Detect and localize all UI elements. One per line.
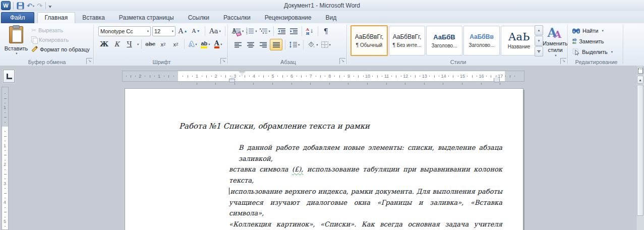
tab-page-layout[interactable]: Разметка страницы (112, 13, 181, 23)
paragraph-dialog-launcher[interactable]: ↘ (339, 58, 345, 64)
font-name-dropdown-icon[interactable]: ▾ (145, 29, 149, 33)
tab-file[interactable]: Файл (1, 12, 34, 23)
superscript-button[interactable]: х2 (170, 39, 182, 49)
highlight-button[interactable]: ab▾ (200, 39, 211, 49)
shading-button[interactable]: ▾ (306, 39, 319, 50)
strikethrough-button[interactable]: abc (144, 39, 156, 49)
text-effects-button[interactable]: А▾ (187, 39, 199, 49)
font-color-button[interactable]: А▾ (212, 39, 224, 49)
tab-review[interactable]: Рецензирование (258, 13, 319, 23)
style-card-2[interactable]: АаБбВвГг,¶ Без инте... (389, 26, 425, 55)
horizontal-ruler[interactable]: 121234567891011121314151617 (122, 71, 524, 82)
select-dropdown-icon[interactable]: ▾ (611, 50, 613, 54)
tab-selector-button[interactable] (3, 70, 15, 83)
underline-dropdown-icon[interactable]: ▾ (137, 42, 139, 46)
numbering-icon: 123 (246, 28, 254, 34)
default-tab-stop (253, 83, 254, 85)
divider (13, 2, 14, 9)
shrink-font-button[interactable]: А▼ (190, 26, 202, 36)
bold-button[interactable]: Ж (98, 39, 110, 49)
change-styles-label: Изменить стили (543, 40, 568, 53)
find-button[interactable]: Найти ▾ (572, 26, 604, 35)
underline-button[interactable]: Ч (124, 39, 135, 49)
styles-gallery-open-button[interactable]: ▼ (535, 46, 543, 56)
scroll-up-button[interactable]: ▲ (637, 76, 643, 84)
left-tab-icon (7, 74, 12, 79)
find-dropdown-icon[interactable]: ▾ (602, 29, 603, 33)
left-indent-marker[interactable] (229, 79, 235, 82)
default-tab-stop (291, 83, 292, 85)
word-logo-icon[interactable]: W (1, 1, 11, 10)
increase-indent-button[interactable] (288, 26, 300, 36)
multilevel-list-button[interactable]: ▾ (259, 26, 271, 36)
borders-button[interactable]: ▾ (320, 39, 332, 50)
ruler-number: 1 (4, 143, 6, 148)
numbering-button[interactable]: 123 ▾ (245, 26, 258, 36)
replace-button[interactable]: abас Заменить (572, 37, 604, 46)
style-name: ¶ Обычный (356, 42, 382, 48)
tab-references[interactable]: Ссылки (181, 13, 216, 23)
style-card-1[interactable]: АаБбВвГг,¶ Обычный (350, 25, 388, 56)
redo-icon: ↷ (37, 2, 42, 10)
change-styles-button[interactable]: АА Изменить стили ▾ (544, 25, 567, 58)
tab-view[interactable]: Вид (318, 13, 343, 23)
group-label-styles: Стили (348, 59, 568, 65)
line-spacing-button[interactable]: ▾ (288, 39, 301, 50)
styles-scroll-down-button[interactable]: ▼ (535, 36, 543, 46)
copy-button[interactable]: Копировать (31, 35, 90, 44)
cut-button[interactable]: ✂ Вырезать (31, 26, 90, 34)
tab-mailings[interactable]: Рассылки (216, 13, 258, 23)
font-name-combo[interactable]: Monotype Cc ▾ (98, 26, 151, 36)
styles-dialog-launcher[interactable]: ↘ (560, 58, 566, 64)
vertical-scrollbar[interactable]: ▲ (636, 66, 644, 230)
paste-button[interactable]: Вставить ▾ (3, 25, 29, 61)
highlight-icon: ab (201, 40, 207, 48)
select-icon (572, 48, 579, 55)
decrease-indent-button[interactable] (276, 26, 287, 36)
justify-button[interactable] (270, 39, 282, 50)
default-tab-stop (197, 83, 197, 85)
style-card-4[interactable]: АаБбВвЗаголово... (463, 26, 500, 55)
style-card-5[interactable]: АаЬНазвание (501, 26, 537, 55)
style-card-3[interactable]: АаБбВЗаголово... (426, 26, 462, 55)
font-size-value: 12 (154, 28, 160, 34)
undo-dropdown-icon[interactable]: ▾ (33, 4, 34, 8)
align-center-button[interactable] (245, 39, 256, 50)
select-button[interactable]: Выделить ▾ (572, 47, 613, 56)
sort-button[interactable]: АЯ ↓ (304, 26, 316, 36)
title-bar: W ↶▾ ↷ —▾ Документ1 - Microsoft Word (0, 0, 644, 12)
font-size-combo[interactable]: 12 ▾ (152, 26, 175, 36)
scrollbar-thumb[interactable] (637, 85, 643, 216)
bullets-button[interactable]: ▾ (232, 26, 245, 36)
font-dialog-launcher[interactable]: ↘ (220, 58, 226, 64)
tab-home[interactable]: Главная (37, 12, 76, 23)
undo-button[interactable]: ↶▾ (26, 1, 35, 10)
clipboard-dialog-launcher[interactable]: ↘ (86, 58, 92, 64)
font-size-dropdown-icon[interactable]: ▾ (170, 29, 173, 33)
grow-font-button[interactable]: А▲ (177, 26, 189, 36)
group-styles: АаБбВвГг,¶ ОбычныйАаБбВвГг,¶ Без инте...… (348, 23, 568, 66)
grammar-underlined-text: (£), (292, 165, 304, 173)
default-tab-stop (443, 83, 443, 85)
align-right-button[interactable] (257, 39, 269, 50)
format-painter-button[interactable]: Формат по образцу (31, 45, 90, 53)
customize-qat-button[interactable]: —▾ (48, 4, 52, 8)
styles-scroll-up-button[interactable]: ▲ (535, 25, 543, 35)
redo-button[interactable]: ↷ (36, 1, 43, 10)
tab-insert[interactable]: Вставка (75, 13, 112, 23)
show-marks-button[interactable]: ¶ (320, 26, 332, 36)
bullets-icon (233, 28, 241, 34)
change-styles-dropdown-icon[interactable]: ▾ (555, 53, 556, 58)
align-left-button[interactable] (232, 39, 244, 50)
paste-dropdown-icon[interactable]: ▾ (16, 51, 17, 55)
italic-button[interactable]: К (111, 39, 123, 49)
ruler-toggle-icon (638, 68, 643, 74)
subscript-button[interactable]: х2 (157, 39, 169, 49)
document-page[interactable]: Работа №1 Списки, обрамление текста и ра… (125, 88, 523, 230)
ruler-number: 14 (441, 74, 446, 79)
save-button[interactable] (16, 1, 25, 10)
ruler-toggle-button[interactable] (637, 66, 643, 75)
vertical-ruler[interactable]: 112345 (2, 87, 9, 230)
change-case-button[interactable]: Аа▾ (208, 26, 222, 36)
ruler-number: 3 (233, 74, 236, 79)
